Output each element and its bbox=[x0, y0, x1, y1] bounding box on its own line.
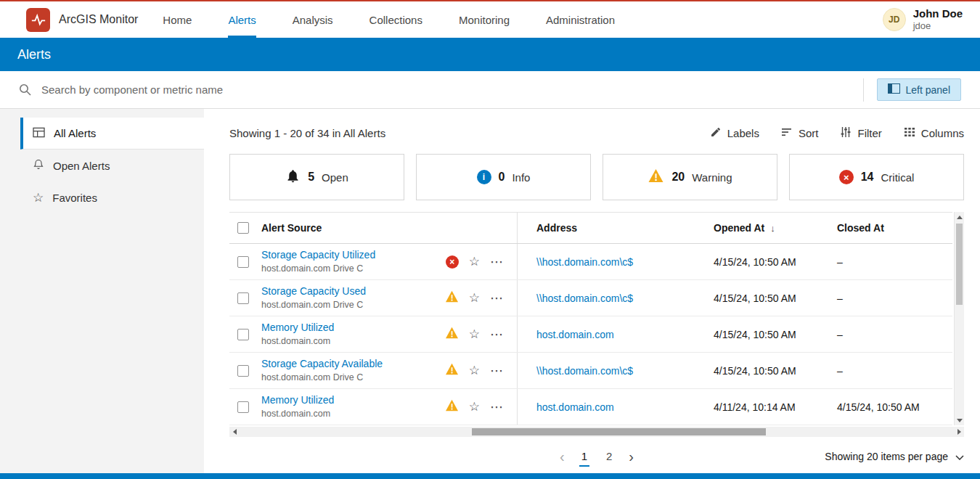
bell-icon bbox=[285, 168, 301, 187]
alert-source-link[interactable]: Storage Capacity Utilized bbox=[261, 249, 375, 262]
page-button-1[interactable]: 1 bbox=[579, 447, 589, 467]
user-text: John Doe jdoe bbox=[913, 7, 963, 32]
favorite-star-icon[interactable]: ☆ bbox=[469, 328, 480, 340]
sidebar-item-label: All Alerts bbox=[54, 127, 96, 139]
nav-item-collections[interactable]: Collections bbox=[369, 1, 422, 38]
row-checkbox[interactable] bbox=[237, 401, 249, 413]
row-icons: × ☆ ⋯ bbox=[445, 327, 504, 342]
search-row-divider bbox=[863, 78, 864, 102]
row-actions-ellipsis-icon[interactable]: ⋯ bbox=[490, 292, 504, 305]
scroll-down-icon[interactable] bbox=[955, 415, 965, 425]
pencil-icon bbox=[710, 126, 722, 140]
row-checkbox[interactable] bbox=[237, 256, 249, 268]
columns-grid-icon bbox=[904, 126, 915, 140]
critical-alerts-card[interactable]: × 14 Critical bbox=[789, 154, 964, 200]
alert-source-link[interactable]: Memory Utilized bbox=[261, 394, 334, 407]
opened-at-value: 4/15/24, 10:50 AM bbox=[714, 329, 796, 340]
scroll-up-icon[interactable] bbox=[955, 212, 965, 222]
alert-source-cell: Memory Utilized host.domain.com bbox=[261, 394, 334, 420]
warning-label: Warning bbox=[692, 171, 732, 184]
sidebar-item-label: Open Alerts bbox=[53, 160, 110, 172]
app-title: ArcGIS Monitor bbox=[59, 13, 138, 26]
user-menu[interactable]: JD John Doe jdoe bbox=[883, 7, 963, 32]
horizontal-scrollbar[interactable] bbox=[229, 427, 964, 437]
open-count: 5 bbox=[308, 171, 314, 184]
row-actions-ellipsis-icon[interactable]: ⋯ bbox=[490, 401, 504, 414]
nav-item-administration[interactable]: Administration bbox=[546, 1, 615, 38]
critical-icon: × bbox=[446, 255, 459, 269]
favorite-star-icon[interactable]: ☆ bbox=[469, 292, 480, 304]
row-actions-ellipsis-icon[interactable]: ⋯ bbox=[490, 364, 504, 377]
left-panel-toggle-button[interactable]: Left panel bbox=[877, 78, 962, 101]
nav-item-analysis[interactable]: Analysis bbox=[293, 1, 333, 38]
closed-at-value: – bbox=[837, 365, 843, 377]
favorite-star-icon[interactable]: ☆ bbox=[469, 364, 480, 377]
alert-source-subtitle: host.domain.com bbox=[261, 409, 334, 419]
closed-at-value: – bbox=[837, 256, 843, 268]
alert-source-cell: Memory Utilized host.domain.com bbox=[261, 322, 334, 348]
address-link[interactable]: \\host.domain.com\c$ bbox=[536, 365, 633, 377]
status-icon: × bbox=[445, 363, 459, 378]
filter-button-label: Filter bbox=[857, 127, 881, 139]
open-alerts-card[interactable]: 5 Open bbox=[229, 154, 404, 200]
address-link[interactable]: host.domain.com bbox=[536, 329, 614, 340]
row-checkbox[interactable] bbox=[237, 329, 249, 340]
address-link[interactable]: host.domain.com bbox=[536, 401, 614, 413]
status-icon: × bbox=[445, 399, 459, 414]
next-page-icon[interactable]: › bbox=[629, 449, 634, 464]
address-link[interactable]: \\host.domain.com\c$ bbox=[536, 292, 633, 304]
nav-item-alerts[interactable]: Alerts bbox=[228, 1, 256, 38]
row-icons: × ☆ ⋯ bbox=[445, 290, 504, 306]
items-per-page-selector[interactable]: Showing 20 items per page bbox=[825, 451, 964, 462]
info-alerts-card[interactable]: i 0 Info bbox=[416, 154, 591, 200]
info-label: Info bbox=[512, 171, 530, 184]
opened-at-value: 4/11/24, 10:14 AM bbox=[714, 401, 796, 413]
labels-button[interactable]: Labels bbox=[710, 126, 759, 140]
alert-source-link[interactable]: Memory Utilized bbox=[261, 322, 334, 335]
previous-page-icon[interactable]: ‹ bbox=[560, 449, 565, 464]
nav-item-monitoring[interactable]: Monitoring bbox=[459, 1, 510, 38]
filter-button[interactable]: Filter bbox=[840, 126, 881, 140]
row-checkbox[interactable] bbox=[237, 365, 249, 377]
row-icons: × ☆ ⋯ bbox=[445, 399, 504, 414]
column-header-closed-at[interactable]: Closed At bbox=[837, 222, 884, 234]
column-header-opened-at[interactable]: Opened At bbox=[714, 222, 764, 234]
search-input[interactable] bbox=[41, 83, 850, 96]
scroll-left-icon[interactable] bbox=[229, 427, 240, 437]
closed-at-value: 4/15/24, 10:50 AM bbox=[837, 401, 920, 413]
opened-at-value: 4/15/24, 10:50 AM bbox=[714, 365, 796, 377]
vertical-scrollbar-thumb[interactable] bbox=[956, 224, 963, 305]
table-row: Storage Capacity Utilized host.domain.co… bbox=[229, 244, 952, 280]
sort-button[interactable]: Sort bbox=[781, 126, 819, 140]
nav-item-home[interactable]: Home bbox=[163, 1, 192, 38]
sort-desc-icon[interactable]: ↓ bbox=[770, 223, 775, 234]
row-actions-ellipsis-icon[interactable]: ⋯ bbox=[490, 328, 504, 341]
favorite-star-icon[interactable]: ☆ bbox=[469, 401, 480, 413]
horizontal-scrollbar-thumb[interactable] bbox=[472, 428, 766, 435]
sidebar-item-open-alerts[interactable]: Open Alerts bbox=[20, 150, 204, 181]
columns-button[interactable]: Columns bbox=[904, 126, 964, 140]
sidebar-item-favorites[interactable]: ☆ Favorites bbox=[20, 181, 204, 213]
row-checkbox[interactable] bbox=[237, 292, 249, 304]
sidebar-item-label: Favorites bbox=[52, 192, 97, 204]
page-button-2[interactable]: 2 bbox=[604, 447, 614, 467]
sidebar-item-all-alerts[interactable]: All Alerts bbox=[20, 118, 204, 150]
column-header-address[interactable]: Address bbox=[536, 222, 577, 234]
warning-icon bbox=[445, 290, 459, 303]
alert-source-link[interactable]: Storage Capacity Available bbox=[261, 358, 383, 371]
warning-alerts-card[interactable]: 20 Warning bbox=[603, 154, 777, 200]
main-nav: Home Alerts Analysis Collections Monitor… bbox=[163, 1, 615, 38]
scroll-right-icon[interactable] bbox=[954, 427, 964, 437]
warning-icon bbox=[445, 363, 459, 375]
alert-source-subtitle: host.domain.com bbox=[261, 336, 334, 347]
favorite-star-icon[interactable]: ☆ bbox=[469, 255, 480, 268]
alert-source-link[interactable]: Storage Capacity Used bbox=[261, 285, 366, 298]
status-icon: × bbox=[446, 255, 459, 269]
vertical-scrollbar[interactable] bbox=[954, 212, 964, 425]
address-link[interactable]: \\host.domain.com\c$ bbox=[536, 256, 633, 268]
bell-icon bbox=[33, 158, 44, 173]
user-username: jdoe bbox=[913, 20, 963, 32]
select-all-checkbox[interactable] bbox=[237, 222, 249, 234]
row-actions-ellipsis-icon[interactable]: ⋯ bbox=[490, 255, 504, 269]
column-header-alert-source[interactable]: Alert Source bbox=[261, 222, 322, 234]
